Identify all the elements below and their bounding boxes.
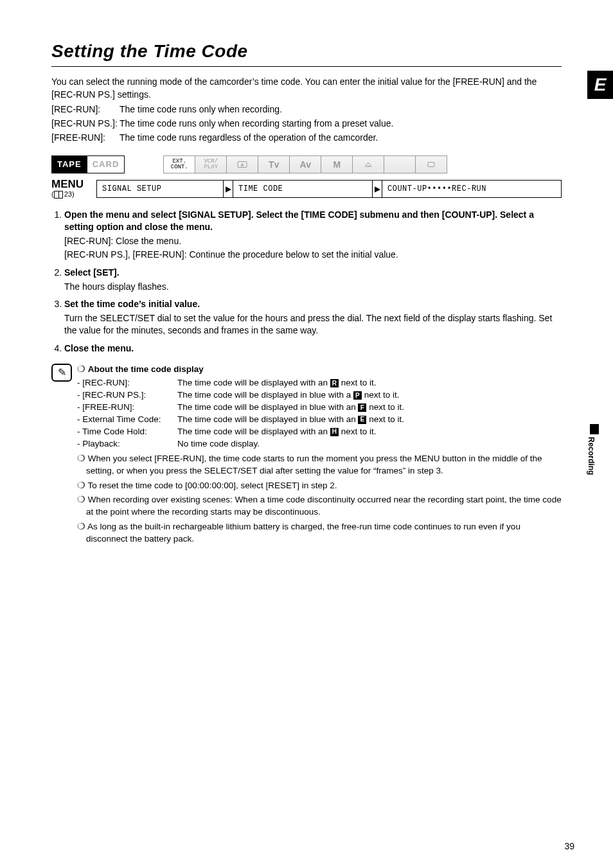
note-val-hold: The time code will be displayed with an … (177, 426, 376, 438)
note-icon: ✎ (51, 364, 72, 382)
mode-spotlight-icon (353, 155, 384, 173)
badge-r-icon: R (330, 379, 339, 387)
note-key-playback: - Playback: (77, 438, 177, 450)
svg-rect-2 (368, 166, 369, 168)
step-1: Open the menu and select [SIGNAL SETUP].… (64, 209, 562, 261)
note-key-recrunps: - [REC-RUN PS.]: (77, 389, 177, 402)
menu-path: SIGNAL SETUP ▶ TIME CODE ▶ COUNT-UP•••••… (96, 180, 562, 198)
step-1-body-a: [REC-RUN]: Close the menu. (64, 235, 562, 248)
mode-night-icon (384, 155, 416, 173)
mode-tv-icon: Tv (258, 155, 290, 173)
mode-ext-cont: EXT. CONT. (163, 155, 195, 173)
note-val-freerun: The time code will be displayed in blue … (177, 402, 404, 414)
step-3-title: Set the time code’s initial value. (64, 298, 562, 311)
note-bullet-4: ❍ As long as the built-in rechargeable l… (77, 521, 562, 545)
intro-val-recrun: The time code runs only when recording. (120, 103, 562, 116)
mode-card-icon (416, 155, 447, 173)
menu-seg-count-up: COUNT-UP•••••REC-RUN (382, 184, 492, 195)
arrow-icon: ▶ (372, 181, 382, 197)
bullet-glyph: ❍ (77, 364, 85, 374)
mode-m-icon: M (321, 155, 353, 173)
svg-text:A: A (241, 163, 244, 167)
step-2: Select [SET]. The hours display flashes. (64, 267, 562, 293)
page-number: 39 (564, 840, 574, 853)
arrow-icon: ▶ (223, 181, 233, 197)
intro-key-recrunps: [REC-RUN PS.]: (51, 118, 120, 130)
page-title: Setting the Time Code (51, 39, 562, 64)
mode-tape: TAPE (51, 155, 87, 173)
menu-page-ref: (23) (51, 190, 96, 199)
mode-av-icon: Av (290, 155, 321, 173)
note-val-recrun: The time code will be displayed with an … (177, 377, 376, 389)
intro-key-recrun: [REC-RUN]: (51, 103, 120, 116)
menu-seg-time-code: TIME CODE (233, 184, 372, 195)
mode-vcr-play: VCR/ PLAY (195, 155, 227, 173)
intro-val-freerun: The time code runs regardless of the ope… (120, 132, 562, 145)
notes-timecode-list: - [REC-RUN]:The time code will be displa… (77, 377, 562, 450)
note-val-recrunps: The time code will be displayed in blue … (177, 389, 399, 402)
mode-card: CARD (87, 155, 125, 173)
intro-val-recrunps: The time code runs only when recording s… (120, 118, 562, 130)
step-3: Set the time code’s initial value. Turn … (64, 298, 562, 337)
step-4-title: Close the menu. (64, 342, 562, 355)
note-key-recrun: - [REC-RUN]: (77, 377, 177, 389)
note-key-freerun: - [FREE-RUN]: (77, 402, 177, 414)
svg-rect-3 (428, 163, 434, 167)
notes-heading: About the time code display (88, 364, 204, 374)
mode-a-icon: A (227, 155, 258, 173)
badge-p-icon: P (353, 391, 362, 400)
book-icon (54, 191, 63, 199)
note-key-hold: - Time Code Hold: (77, 426, 177, 438)
step-1-body-b: [REC-RUN PS.], [FREE-RUN]: Continue the … (64, 249, 562, 261)
badge-f-icon: F (358, 403, 366, 412)
step-4: Close the menu. (64, 342, 562, 355)
step-3-body: Turn the SELECT/SET dial to set the valu… (64, 312, 562, 337)
step-1-title: Open the menu and select [SIGNAL SETUP].… (64, 209, 562, 234)
note-key-external: - External Time Code: (77, 414, 177, 426)
title-rule (51, 66, 562, 67)
menu-label: MENU (51, 179, 96, 190)
note-val-playback: No time code display. (177, 438, 260, 450)
note-val-external: The time code will be displayed in blue … (177, 414, 404, 426)
step-2-title: Select [SET]. (64, 267, 562, 279)
mode-row: TAPE CARD EXT. CONT. VCR/ PLAY A Tv Av M (51, 155, 562, 173)
badge-e-icon: E (358, 416, 366, 424)
intro-paragraph: You can select the running mode of the c… (51, 76, 562, 101)
badge-h-icon: H (330, 428, 339, 436)
note-bullet-3: ❍ When recording over existing scenes: W… (77, 494, 562, 518)
menu-seg-signal-setup: SIGNAL SETUP (97, 184, 223, 195)
step-2-body: The hours display flashes. (64, 281, 562, 294)
note-bullet-1: ❍ When you select [FREE-RUN], the time c… (77, 453, 562, 477)
steps-list: Open the menu and select [SIGNAL SETUP].… (51, 209, 562, 355)
note-bullet-2: ❍ To reset the time code to [00:00:00:00… (77, 480, 562, 492)
intro-key-freerun: [FREE-RUN]: (51, 132, 120, 145)
